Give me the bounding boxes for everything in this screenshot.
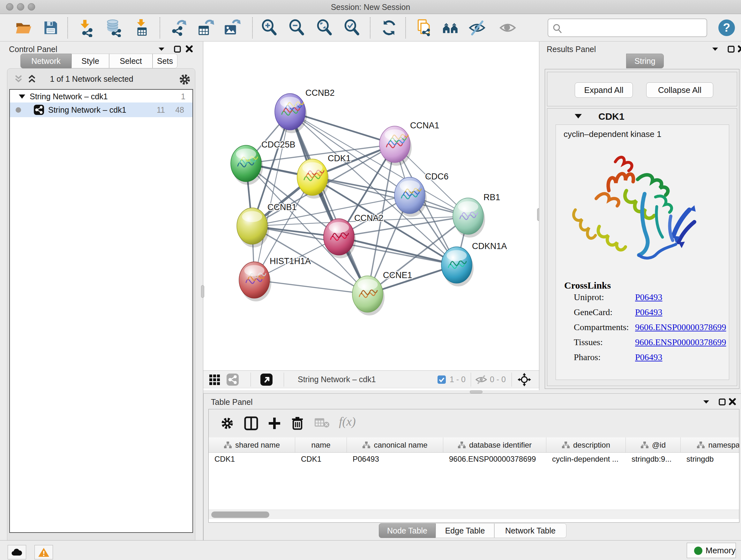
tab-string[interactable]: String [626,54,664,68]
control-panel-float-icon[interactable] [174,45,181,54]
warnings-button[interactable] [35,545,53,559]
zoom-out-icon[interactable] [287,18,306,37]
cloud-button[interactable] [8,545,26,559]
table-gear-icon[interactable] [220,416,234,432]
node-HIST1H1A[interactable] [239,262,271,301]
export-network-icon[interactable] [169,18,187,37]
tab-network[interactable]: Network [20,54,71,68]
show-all-icon[interactable] [498,18,517,37]
export-table-icon[interactable] [196,18,214,37]
table-panel-float-icon[interactable] [718,398,726,407]
protein-collapse-icon[interactable] [574,113,583,119]
tab-select[interactable]: Select [109,54,152,68]
first-neighbors-icon[interactable] [442,18,460,37]
tab-node-table[interactable]: Node Table [379,523,435,538]
control-panel-close-icon[interactable] [185,45,193,54]
open-session-icon[interactable] [14,18,32,37]
birds-eye-view-icon[interactable] [260,373,273,387]
table-cell[interactable]: 9606.ENSP00000378699 [449,455,544,463]
table-cell[interactable]: stringdb:9... [631,455,678,463]
network-row-selected[interactable]: String Network – cdk1 11 48 [10,103,192,117]
edge-CCNB2-HIST1H1A[interactable] [254,112,290,280]
pan-crosshair-icon[interactable] [517,373,531,388]
column-header-shared-name[interactable]: shared name [209,437,295,453]
column-header-database-identifier[interactable]: database identifier [443,437,546,453]
node-RB1[interactable] [453,198,485,238]
column-header--id[interactable]: @id [626,437,681,453]
crosslink-link[interactable]: P06493 [635,292,663,302]
import-network-database-icon[interactable] [104,18,123,37]
import-network-file-icon[interactable] [77,18,95,37]
network-collection-row[interactable]: String Network – cdk1 1 [10,90,192,103]
node-CDKN1A[interactable] [441,247,474,287]
table-row[interactable]: CDK1CDK1P064939606.ENSP00000378699cyclin… [209,453,739,465]
table-cell[interactable]: cyclin-dependent ... [552,455,623,463]
export-image-icon[interactable] [222,18,241,37]
control-panel-menu-icon[interactable] [157,45,165,54]
table-cell[interactable]: CDK1 [214,455,293,463]
network-share-icon[interactable] [226,373,239,387]
table-cell[interactable]: stringdb [686,455,739,463]
grid-view-icon[interactable] [208,373,221,387]
column-header-description[interactable]: description [546,437,626,453]
table-add-column-icon[interactable] [267,416,281,432]
edge-CCNA2-CDKN1A[interactable] [339,237,457,265]
search-input[interactable] [565,20,704,35]
table-cell[interactable]: CDK1 [301,455,344,463]
collapse-all-button[interactable]: Collapse All [646,82,713,98]
table-panel-close-icon[interactable] [728,397,737,407]
node-CDC6[interactable] [394,177,427,217]
expand-all-button[interactable]: Expand All [575,82,633,98]
table-panel-menu-icon[interactable] [702,398,711,407]
import-table-icon[interactable] [132,18,151,37]
help-icon[interactable]: ? [718,18,736,37]
node-CCNB2[interactable] [275,94,307,133]
column-header-name[interactable]: name [295,437,347,453]
save-session-icon[interactable] [42,18,60,37]
selected-checkbox-icon[interactable] [437,375,446,384]
results-panel-close-icon[interactable] [737,45,741,54]
refresh-icon[interactable] [380,18,398,37]
edge-HIST1H1A-CCNE1[interactable] [254,280,367,294]
results-panel-menu-icon[interactable] [711,45,719,54]
table-cell[interactable]: P06493 [353,455,441,463]
network-status-dot [16,107,21,113]
protein-section-header[interactable]: CDK1 [547,109,737,125]
tab-network-table[interactable]: Network Table [494,523,566,538]
hide-selected-icon[interactable] [468,18,486,37]
tab-sets[interactable]: Sets [152,54,178,68]
results-panel-float-icon[interactable] [727,45,735,54]
protein-description: cyclin–dependent kinase 1 [563,129,661,139]
table-columns-icon[interactable] [244,416,259,432]
table-horizontal-scrollbar [209,509,739,519]
node-CDC25B[interactable] [231,145,263,185]
column-header-namespace[interactable]: namespace [681,437,739,453]
crosslink-row: Uniprot:P06493 [556,292,729,307]
collection-expand-icon[interactable] [18,94,26,99]
column-header-canonical-name[interactable]: canonical name [347,437,443,453]
table-delete-icon[interactable] [291,416,304,432]
network-edge-count: 48 [175,105,184,115]
node-CCNE1[interactable] [352,276,385,315]
crosslink-link[interactable]: P06493 [635,352,663,362]
network-canvas[interactable]: CCNB2CCNA1CDC25BCDK1CDC6RB1CCNB1CCNA2CDK… [203,42,539,370]
scrollbar-thumb[interactable] [211,511,269,518]
memory-button[interactable]: Memory [687,543,736,558]
column-header-label: database identifier [469,441,532,449]
tab-style[interactable]: Style [71,54,109,68]
zoom-in-icon[interactable] [260,18,278,37]
edge-CDK1-RB1[interactable] [313,177,468,216]
node-CCNA1[interactable] [380,126,412,166]
left-splitter-handle[interactable] [201,285,204,298]
crosslink-link[interactable]: 9606.ENSP00000378699 [635,337,726,348]
crosslink-link[interactable]: P06493 [635,307,663,317]
new-network-from-selection-icon[interactable] [414,18,433,37]
node-CDK1[interactable] [297,159,329,199]
zoom-fit-icon[interactable] [315,18,333,37]
tab-edge-table[interactable]: Edge Table [435,523,494,538]
zoom-selected-icon[interactable] [342,18,361,37]
node-CCNB1[interactable] [237,208,269,247]
horizontal-splitter-handle[interactable] [470,390,482,393]
crosslink-link[interactable]: 9606.ENSP00000378699 [635,322,726,332]
network-options-gear-icon[interactable] [179,73,191,87]
